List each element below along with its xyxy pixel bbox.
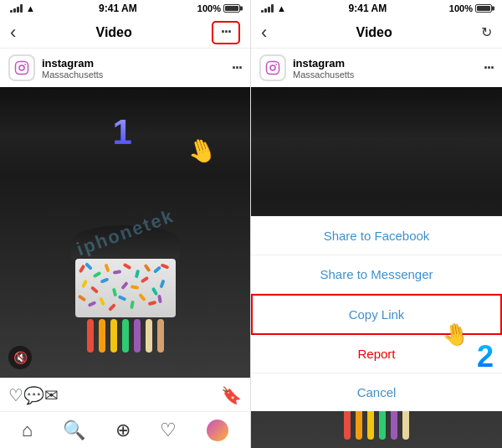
like-icon-left[interactable]: ♡	[8, 385, 23, 405]
cancel-button[interactable]: Cancel	[251, 373, 502, 411]
hand-cursor-left: 🤚	[183, 133, 220, 169]
ig-account-name-left: instagram	[42, 57, 225, 70]
ig-account-name-right: instagram	[293, 57, 477, 70]
ig-more-icon-right: ···	[484, 59, 494, 77]
search-nav-left[interactable]: 🔍	[63, 420, 85, 441]
svg-rect-0	[16, 62, 28, 75]
nav-bar-left: ‹ Video ···	[0, 17, 250, 49]
status-left-r: ▲	[261, 3, 286, 13]
more-options-button[interactable]: ···	[212, 21, 240, 44]
ig-info-right: instagram Massachusetts	[293, 57, 477, 80]
pan-lid	[71, 225, 180, 259]
svg-rect-3	[267, 62, 279, 75]
svg-point-5	[275, 64, 277, 65]
svg-point-2	[24, 64, 26, 65]
volume-button-left[interactable]: 🔇	[8, 346, 32, 369]
bottom-nav-left: ⌂ 🔍 ⊕ ♡	[0, 411, 250, 448]
battery-percent-left: 100%	[197, 3, 221, 13]
ig-logo-left	[8, 54, 35, 81]
ig-actions-left: ♡ 💬 ✉ 🔖	[0, 378, 250, 411]
cake-sticks-right	[326, 406, 427, 440]
back-button-right[interactable]: ‹	[261, 22, 267, 44]
sprinkles	[75, 259, 176, 317]
battery-area-right: 100%	[449, 3, 492, 13]
step-number-left: 1	[113, 112, 132, 152]
signal-icon-right	[261, 4, 274, 13]
phone-left: ▲ 9:41 AM 100% ‹ Video ··· instagram	[0, 0, 251, 448]
ig-info-left: instagram Massachusetts	[42, 57, 225, 80]
heart-nav-left[interactable]: ♡	[160, 420, 177, 441]
signal-icon	[10, 4, 23, 13]
add-nav-left[interactable]: ⊕	[115, 420, 131, 441]
wifi-icon-right: ▲	[277, 3, 286, 13]
ig-logo-right	[259, 54, 286, 81]
share-facebook-button[interactable]: Share to Facebook	[251, 217, 502, 255]
page-title-left: Video	[96, 25, 132, 40]
page-title-right: Video	[356, 25, 392, 40]
video-area-left: iphonetek 1 🤚 🔇	[0, 87, 250, 378]
wifi-icon: ▲	[26, 3, 35, 13]
step-number-right: 2	[477, 339, 494, 374]
share-icon-left[interactable]: ✉	[44, 385, 59, 405]
comment-icon-left[interactable]: 💬	[23, 385, 44, 405]
status-bar-right: ▲ 9:41 AM 100%	[251, 0, 502, 17]
svg-point-4	[270, 65, 275, 70]
battery-percent-right: 100%	[449, 3, 473, 13]
cake-sticks	[75, 319, 176, 353]
ig-location-right: Massachusetts	[293, 70, 477, 80]
cake-body	[75, 259, 176, 317]
cake-visual	[75, 225, 176, 353]
profile-nav-left[interactable]	[207, 420, 228, 441]
home-nav-left[interactable]: ⌂	[22, 420, 33, 441]
phone-right: ▲ 9:41 AM 100% ‹ Video ↻ instagram Massa…	[251, 0, 502, 448]
status-left: ▲	[10, 3, 38, 13]
reload-button-right[interactable]: ↻	[481, 24, 492, 40]
battery-icon-left	[223, 4, 240, 13]
ig-header-left: instagram Massachusetts ···	[0, 49, 250, 87]
status-bar-left: ▲ 9:41 AM 100%	[0, 0, 250, 17]
ig-more-icon-left: ···	[232, 59, 242, 77]
time-display-right: 9:41 AM	[349, 3, 387, 14]
bookmark-icon-left[interactable]: 🔖	[221, 385, 242, 405]
battery-icon-right	[475, 4, 492, 13]
share-messenger-button[interactable]: Share to Messenger	[251, 255, 502, 294]
action-sheet: Share to Facebook Share to Messenger Cop…	[251, 216, 502, 411]
time-display-left: 9:41 AM	[99, 3, 137, 14]
svg-point-1	[19, 65, 24, 70]
ig-header-right: instagram Massachusetts ···	[251, 49, 502, 87]
nav-bar-right: ‹ Video ↻	[251, 17, 502, 49]
battery-area-left: 100%	[197, 3, 240, 13]
hand-cursor-right: 🤚	[440, 319, 471, 349]
back-button-left[interactable]: ‹	[10, 22, 16, 44]
three-dots-icon: ···	[221, 23, 231, 41]
ig-location-left: Massachusetts	[42, 70, 225, 80]
